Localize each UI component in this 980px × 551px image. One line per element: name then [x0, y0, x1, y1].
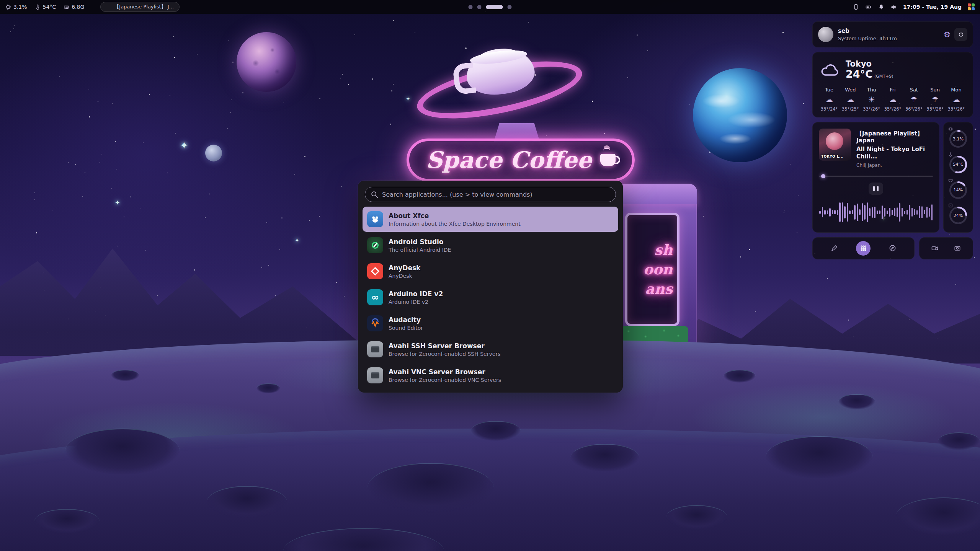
server-browser-icon: [367, 367, 383, 383]
gear-icon[interactable]: ⚙: [944, 31, 951, 38]
forecast-day-label: Tue: [825, 87, 833, 93]
thermometer-icon: [948, 152, 953, 157]
weather-card[interactable]: Tokyo 24°C(GMT+9) Tue ☁ 33°/24° Wed ☁ 35…: [812, 52, 973, 117]
coffee-cup-icon: [600, 154, 616, 166]
memory-metric[interactable]: 6.8G: [64, 4, 84, 10]
list-item-audacity[interactable]: Audacity Sound Editor: [363, 311, 618, 336]
phone-icon[interactable]: [853, 4, 859, 10]
power-icon: [958, 31, 964, 38]
window-neon-text: sh: [632, 243, 673, 257]
weather-icon: ☁: [889, 96, 897, 103]
forecast-temps: 33°/26°: [926, 106, 944, 112]
cpu-temp-value: 54°C: [43, 4, 56, 10]
user-name: seb: [838, 28, 897, 34]
planet-earth: [693, 68, 787, 162]
panel-dock-right: [919, 237, 973, 259]
forecast-day-label: Mon: [951, 87, 961, 93]
arduino-icon: ∞: [367, 289, 383, 305]
server-browser-icon: [367, 341, 383, 357]
app-name: Audacity: [389, 316, 423, 324]
forecast-day: Fri ☁ 35°/26°: [883, 87, 902, 112]
weather-icon: ☂: [910, 96, 917, 103]
xfce-icon: [367, 211, 383, 227]
memory-gauge[interactable]: 14%: [948, 180, 968, 200]
workspace-1[interactable]: [469, 5, 473, 9]
forecast-day: Sat ☂ 36°/26°: [904, 87, 923, 112]
search-icon: [370, 190, 379, 199]
cloud-icon: [820, 62, 840, 77]
widget-panel: seb System Uptime: 4h11m ⚙ Tokyo 24°C(GM…: [812, 21, 973, 259]
neon-sign-text: Space Coffee: [426, 147, 591, 173]
forecast-temps: 36°/26°: [905, 106, 923, 112]
workspace-3-active[interactable]: [486, 5, 503, 9]
pause-icon: [873, 186, 875, 191]
forecast-day-label: Sat: [910, 87, 918, 93]
cpu-metric[interactable]: 3.1%: [5, 4, 27, 10]
track-title-line1: 【Japanese Playlist】 Japan: [856, 130, 933, 145]
apps-button[interactable]: [856, 241, 871, 256]
avatar[interactable]: [818, 27, 833, 42]
app-name: Arduino IDE v2: [389, 290, 443, 298]
temperature-gauge[interactable]: 54°C: [948, 155, 968, 174]
screenshot-button[interactable]: [950, 241, 965, 256]
memory-icon: [64, 4, 69, 10]
disk-gauge-value: 24%: [948, 205, 968, 225]
audacity-icon: [367, 315, 383, 331]
list-item-avahi-ssh[interactable]: Avahi SSH Server Browser Browse for Zero…: [363, 337, 618, 362]
forecast-day: Tue ☁ 33°/24°: [820, 87, 839, 112]
now-playing-label: 【Japanese Playlist】 J...: [114, 3, 174, 10]
temperature-metric[interactable]: 54°C: [35, 4, 56, 10]
list-item-avahi-vnc[interactable]: Avahi VNC Server Browser Browse for Zero…: [363, 363, 618, 388]
planet-purple: [237, 32, 296, 92]
neon-sign-board: Space Coffee: [407, 139, 635, 181]
forecast-day: Wed ☁ 35°/25°: [841, 87, 860, 112]
weather-temperature: 24°C(GMT+9): [846, 68, 893, 80]
app-name: AnyDesk: [389, 264, 420, 272]
anydesk-icon: [367, 263, 383, 279]
album-art[interactable]: TOKYO L...: [819, 129, 851, 161]
battery-icon[interactable]: [865, 4, 872, 10]
cpu-gauge[interactable]: 3.1%: [948, 129, 968, 149]
workspace-2[interactable]: [477, 5, 482, 9]
app-grid-icon[interactable]: [968, 3, 975, 10]
disk-gauge[interactable]: 24%: [948, 205, 968, 225]
now-playing-button[interactable]: 【Japanese Playlist】 J...: [100, 2, 180, 12]
seek-slider[interactable]: [819, 173, 933, 179]
thermometer-icon: [35, 4, 41, 10]
forecast-temps: 35°/25°: [842, 106, 859, 112]
app-description: Browse for Zeroconf-enabled VNC Servers: [389, 377, 501, 383]
record-button[interactable]: [928, 241, 942, 256]
mountains-left: [0, 230, 375, 356]
list-item-android-studio[interactable]: Android Studio The official Android IDE: [363, 233, 618, 258]
app-description: AnyDesk: [389, 273, 420, 279]
notifications-bell-icon[interactable]: [878, 4, 884, 10]
forecast-day: Sun ☂ 33°/26°: [926, 87, 945, 112]
forecast-day-label: Fri: [890, 87, 896, 93]
power-button[interactable]: [954, 28, 967, 41]
desktop: ✦ ✦ ✦ ✦ ✦ sh oon ans Space Coffee: [0, 0, 980, 551]
window-neon-text: ans: [632, 282, 673, 296]
pause-button[interactable]: [869, 183, 883, 195]
cpu-icon: [5, 4, 11, 10]
clock[interactable]: 17:09 - Tue, 19 Aug: [903, 4, 962, 10]
track-title-line2: All Night - Tokyo LoFi Chill...: [856, 146, 933, 160]
cpu-icon: [948, 127, 953, 131]
app-description: Sound Editor: [389, 325, 423, 331]
pause-icon: [877, 186, 879, 191]
workspace-4[interactable]: [508, 5, 512, 9]
search-input[interactable]: [365, 187, 616, 202]
app-results-list: About Xfce Information about the Xfce De…: [363, 207, 618, 388]
video-camera-icon: [931, 245, 939, 252]
compass-button[interactable]: [885, 241, 900, 256]
star-sparkle-icon: ✦: [295, 237, 299, 243]
weather-temp-value: 24°C: [846, 68, 873, 80]
list-item-arduino-ide[interactable]: ∞ Arduino IDE v2 Arduino IDE v2: [363, 285, 618, 310]
list-item-anydesk[interactable]: AnyDesk AnyDesk: [363, 259, 618, 284]
volume-icon[interactable]: [890, 4, 897, 10]
weather-icon: ☂: [932, 96, 939, 103]
stylus-button[interactable]: [827, 241, 842, 256]
media-player-card: TOKYO L... 【Japanese Playlist】 Japan All…: [812, 122, 939, 233]
list-item-about-xfce[interactable]: About Xfce Information about the Xfce De…: [363, 207, 618, 232]
seek-thumb[interactable]: [821, 174, 825, 178]
system-tray: 17:09 - Tue, 19 Aug: [853, 3, 975, 10]
